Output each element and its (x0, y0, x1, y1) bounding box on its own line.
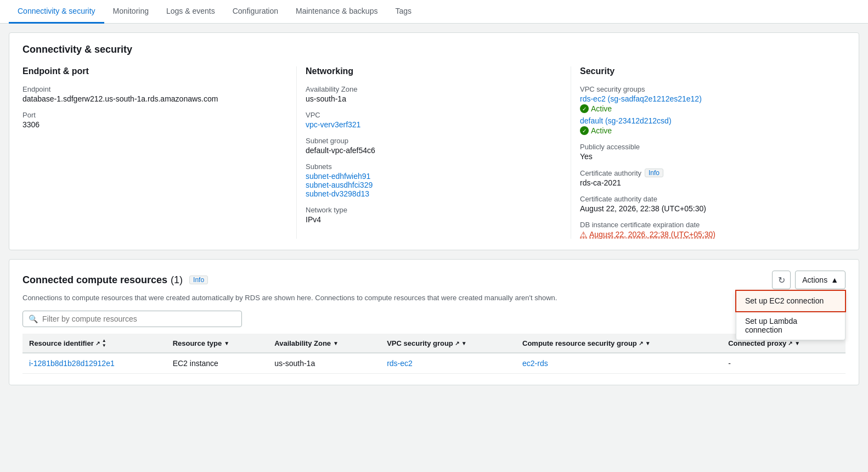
subnet3-link[interactable]: subnet-dv3298d13 (306, 189, 557, 198)
compute-resources-card: Connected compute resources (1) Info ↻ A… (9, 259, 859, 385)
endpoint-value: database-1.sdfgerw212.us-south-1a.rds.am… (22, 94, 283, 103)
search-input[interactable] (42, 314, 236, 323)
tab-monitoring[interactable]: Monitoring (104, 0, 157, 24)
cert-authority-value: rds-ca-2021 (580, 178, 832, 187)
actions-dropdown-container: Actions ▲ Set up EC2 connection Set up L… (795, 271, 846, 289)
actions-area: ↻ Actions ▲ Set up EC2 connection Set up… (772, 271, 846, 289)
search-icon: 🔍 (29, 314, 38, 323)
th-connected-proxy-filter-icon[interactable]: ▼ (794, 340, 800, 346)
cert-authority-label: Certificate authority (580, 169, 641, 177)
three-columns: Endpoint & port Endpoint database-1.sdfg… (22, 66, 846, 239)
sg2-link[interactable]: default (sg-23412d212csd) (580, 116, 832, 125)
section-header: Connected compute resources (1) Info ↻ A… (22, 271, 846, 289)
tab-logs-events[interactable]: Logs & events (157, 0, 224, 24)
sg2-status: Active (591, 126, 612, 135)
tab-configuration[interactable]: Configuration (224, 0, 287, 24)
search-toolbar: 🔍 (22, 311, 846, 327)
main-content: Connectivity & security Endpoint & port … (0, 24, 868, 403)
th-resource-id-ext-icon: ↗ (95, 340, 100, 346)
actions-button[interactable]: Actions ▲ (795, 271, 846, 289)
tab-tags[interactable]: Tags (386, 0, 420, 24)
cert-authority-date-value: August 22, 2026, 22:38 (UTC+05:30) (580, 204, 832, 213)
subnets-label: Subnets (306, 162, 557, 171)
network-type-label: Network type (306, 206, 557, 214)
th-compute-sg-ext-icon: ↗ (639, 340, 643, 346)
security-column: Security VPC security groups rds-ec2 (sg… (571, 66, 846, 239)
subnet-group-label: Subnet group (306, 137, 557, 145)
compute-table: Resource identifier ↗ ▲▼ Resource type ▼ (22, 334, 846, 374)
cert-authority-label-row: Certificate authority Info (580, 168, 832, 177)
actions-caret-icon: ▲ (831, 276, 838, 284)
th-vpc-sg-label: VPC security group (387, 339, 453, 347)
vpc-sg-label: VPC security groups (580, 85, 832, 93)
cert-authority-date-label: Certificate authority date (580, 195, 832, 203)
vpc-label: VPC (306, 111, 557, 119)
subnet-group-value: default-vpc-afef54c6 (306, 146, 557, 155)
networking-column: Networking Availability Zone us-south-1a… (297, 66, 571, 239)
td-connected-proxy: - (722, 353, 846, 374)
table-row: i-1281b8d1b28d12912e1 EC2 instance us-so… (22, 353, 846, 374)
actions-label: Actions (802, 276, 827, 284)
table-header-row: Resource identifier ↗ ▲▼ Resource type ▼ (22, 334, 846, 353)
card-title: Connectivity & security (22, 44, 846, 55)
tabs-bar: Connectivity & security Monitoring Logs … (0, 0, 868, 24)
connectivity-security-card: Connectivity & security Endpoint & port … (9, 32, 859, 250)
td-resource-id[interactable]: i-1281b8d1b28d12912e1 (22, 353, 166, 374)
th-az-label: Availability Zone (274, 339, 331, 347)
search-box[interactable]: 🔍 (22, 311, 242, 327)
sg1-link[interactable]: rds-ec2 (sg-sadfaq2e1212es21e12) (580, 94, 832, 103)
endpoint-port-column: Endpoint & port Endpoint database-1.sdfg… (22, 66, 297, 239)
th-vpc-sg: VPC security group ↗ ▼ (380, 334, 516, 353)
th-resource-id: Resource identifier ↗ ▲▼ (22, 334, 166, 353)
db-cert-expiry-value: ⚠ August 22, 2026, 22:38 (UTC+05:30) (580, 230, 832, 239)
sg2-status-icon: ✓ (580, 126, 589, 135)
warning-triangle-icon: ⚠ (580, 230, 587, 239)
tab-maintenance[interactable]: Maintenance & backups (287, 0, 386, 24)
th-resource-type-label: Resource type (173, 339, 222, 347)
db-cert-expiry-text: August 22, 2026, 22:38 (UTC+05:30) (589, 230, 715, 239)
th-resource-type: Resource type ▼ (166, 334, 268, 353)
td-vpc-sg[interactable]: rds-ec2 (380, 353, 516, 374)
compute-info-badge[interactable]: Info (189, 276, 208, 284)
setup-ec2-item[interactable]: Set up EC2 connection (736, 291, 845, 311)
sg1-status: Active (591, 104, 612, 113)
td-compute-sg[interactable]: ec2-rds (516, 353, 722, 374)
th-compute-sg: Compute resource security group ↗ ▼ (516, 334, 722, 353)
th-resource-id-sort-icon[interactable]: ▲▼ (102, 338, 106, 348)
th-vpc-sg-ext-icon: ↗ (455, 340, 459, 346)
endpoint-port-title: Endpoint & port (22, 66, 283, 76)
port-value: 3306 (22, 120, 283, 129)
section-title-row: Connected compute resources (1) Info (22, 274, 208, 286)
td-az: us-south-1a (268, 353, 380, 374)
th-compute-sg-filter-icon[interactable]: ▼ (645, 340, 651, 346)
vpc-link[interactable]: vpc-verv3erf321 (306, 120, 557, 129)
publicly-accessible-value: Yes (580, 152, 832, 161)
actions-dropdown-menu: Set up EC2 connection Set up Lambda conn… (736, 290, 846, 340)
security-title: Security (580, 66, 832, 76)
db-cert-expiry-label: DB instance certificate expiration date (580, 221, 832, 229)
cert-authority-info-badge[interactable]: Info (645, 168, 663, 177)
endpoint-label: Endpoint (22, 85, 283, 93)
port-label: Port (22, 111, 283, 119)
az-label: Availability Zone (306, 85, 557, 93)
th-az: Availability Zone ▼ (268, 334, 380, 353)
th-resource-id-label: Resource identifier (29, 339, 94, 347)
th-connected-proxy-ext-icon: ↗ (788, 340, 792, 346)
compute-subtitle: Connections to compute resources that we… (22, 294, 846, 302)
th-az-filter-icon[interactable]: ▼ (333, 340, 339, 346)
th-vpc-sg-filter-icon[interactable]: ▼ (461, 340, 467, 346)
setup-lambda-item[interactable]: Set up Lambda connection (736, 311, 845, 340)
th-resource-type-filter-icon[interactable]: ▼ (224, 340, 229, 346)
th-compute-sg-label: Compute resource security group (522, 339, 637, 347)
tab-connectivity[interactable]: Connectivity & security (9, 0, 104, 24)
sg1-status-icon: ✓ (580, 104, 589, 113)
network-type-value: IPv4 (306, 215, 557, 224)
publicly-accessible-label: Publicly accessible (580, 143, 832, 151)
subnet1-link[interactable]: subnet-edhfwieh91 (306, 172, 557, 181)
refresh-icon: ↻ (778, 275, 785, 285)
compute-count: (1) (171, 274, 183, 286)
subnet2-link[interactable]: subnet-ausdhfci329 (306, 181, 557, 189)
compute-resources-title: Connected compute resources (22, 274, 167, 286)
refresh-button[interactable]: ↻ (772, 271, 791, 289)
az-value: us-south-1a (306, 94, 557, 103)
